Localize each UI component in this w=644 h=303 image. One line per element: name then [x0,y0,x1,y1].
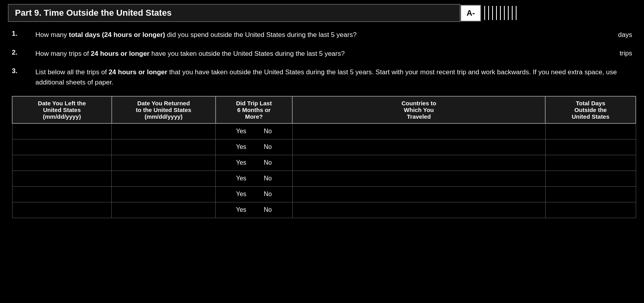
col-header-date-left: Date You Left the United States (mm/dd/y… [12,96,112,123]
tick-3 [492,6,493,20]
date-left-5[interactable] [12,186,112,202]
yes-no-2: Yes No [216,139,292,155]
yes-no-1: Yes No [216,123,292,139]
trips-table: Date You Left the United States (mm/dd/y… [12,96,636,218]
col-header-countries: Countries to Which You Traveled [292,96,545,123]
col-header-date-returned: Date You Returned to the United States (… [112,96,216,123]
part-header: Part 9. Time Outside the United States A… [8,4,636,22]
total-days-2[interactable] [545,139,636,155]
question-3-number: 3. [12,67,31,75]
tick-7 [508,6,509,20]
countries-1[interactable] [292,123,545,139]
date-left-6[interactable] [12,202,112,218]
yes-no-5: Yes No [216,186,292,202]
tick-5 [500,6,501,20]
date-left-2[interactable] [12,139,112,155]
date-returned-3[interactable] [112,155,216,171]
table-row: Yes No [12,123,636,139]
q1-bold: total days (24 hours or longer) [69,31,165,39]
q1-text-before: How many [35,31,69,39]
no-4[interactable]: No [264,175,272,182]
yes-no-6: Yes No [216,202,292,218]
col-header-total-days: Total Days Outside the United States [545,96,636,123]
page-container: Part 9. Time Outside the United States A… [0,0,644,303]
countries-5[interactable] [292,186,545,202]
col-header-6months: Did Trip Last 6 Months or More? [216,96,292,123]
table-row: Yes No [12,202,636,218]
q1-text-after: did you spend outside the United States … [165,31,357,39]
date-left-4[interactable] [12,171,112,186]
yes-5[interactable]: Yes [236,191,246,197]
date-returned-5[interactable] [112,186,216,202]
q3-text-part1: List below all the trips of [35,68,109,76]
yes-no-4: Yes No [216,171,292,186]
question-2-number: 2. [12,49,31,57]
date-left-1[interactable] [12,123,112,139]
part-id-box: A- [460,5,481,22]
table-header-row: Date You Left the United States (mm/dd/y… [12,96,636,123]
question-2-suffix: trips [612,50,632,57]
yes-no-3: Yes No [216,155,292,171]
tick-9 [516,6,517,20]
yes-1[interactable]: Yes [236,128,246,134]
countries-6[interactable] [292,202,545,218]
yes-6[interactable]: Yes [236,206,246,213]
date-returned-2[interactable] [112,139,216,155]
total-days-6[interactable] [545,202,636,218]
no-3[interactable]: No [264,159,272,166]
question-2-text: How many trips of 24 hours or longer hav… [35,49,612,59]
total-days-4[interactable] [545,171,636,186]
q2-text-before: How many trips of [35,50,91,57]
table-row: Yes No [12,155,636,171]
total-days-3[interactable] [545,155,636,171]
question-1-suffix: days [610,31,632,39]
countries-3[interactable] [292,155,545,171]
total-days-5[interactable] [545,186,636,202]
tick-marks [484,6,517,20]
trips-table-container: Date You Left the United States (mm/dd/y… [12,96,636,218]
yes-4[interactable]: Yes [236,175,246,182]
countries-2[interactable] [292,139,545,155]
q2-bold: 24 hours or longer [91,50,149,57]
table-row: Yes No [12,186,636,202]
total-days-1[interactable] [545,123,636,139]
no-2[interactable]: No [264,143,272,150]
date-returned-1[interactable] [112,123,216,139]
question-2-row: 2. How many trips of 24 hours or longer … [8,49,636,59]
table-row: Yes No [12,139,636,155]
tick-4 [496,6,497,20]
yes-2[interactable]: Yes [236,143,246,150]
tick-6 [504,6,505,20]
no-6[interactable]: No [264,206,272,213]
date-returned-4[interactable] [112,171,216,186]
question-3-text: List below all the trips of 24 hours or … [35,67,632,87]
q3-bold: 24 hours or longer [109,68,167,76]
table-row: Yes No [12,171,636,186]
tick-8 [512,6,513,20]
tick-2 [488,6,489,20]
date-returned-6[interactable] [112,202,216,218]
question-1-number: 1. [12,30,31,38]
part-title-bar: Part 9. Time Outside the United States [8,4,460,22]
no-5[interactable]: No [264,191,272,197]
tick-1 [484,6,485,20]
part-title: Part 9. Time Outside the United States [15,8,172,18]
countries-4[interactable] [292,171,545,186]
no-1[interactable]: No [264,128,272,134]
yes-3[interactable]: Yes [236,159,246,166]
date-left-3[interactable] [12,155,112,171]
question-1-text: How many total days (24 hours or longer)… [35,30,610,40]
question-1-row: 1. How many total days (24 hours or long… [8,30,636,40]
question-3-row: 3. List below all the trips of 24 hours … [8,67,636,87]
q2-text-after: have you taken outside the United States… [149,50,345,57]
